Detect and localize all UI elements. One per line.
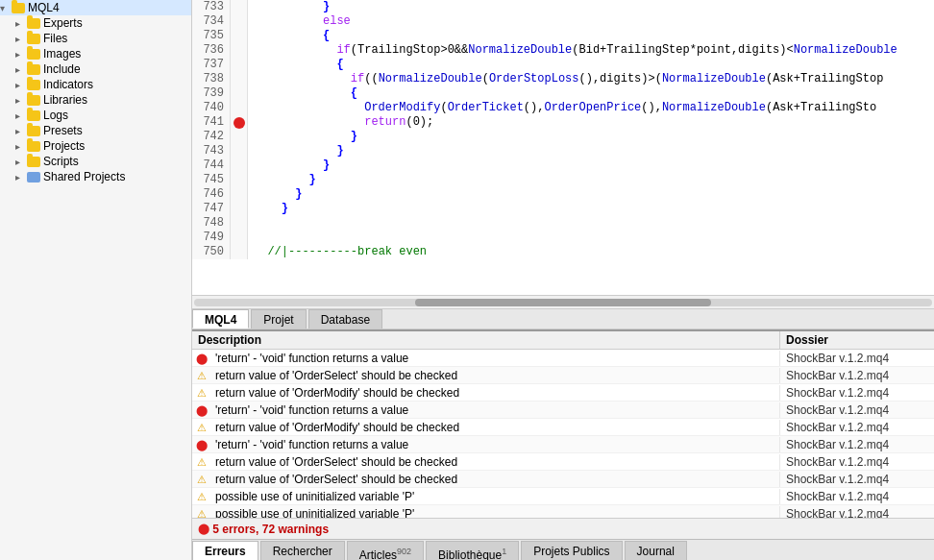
bp-row[interactable]: ⚠ return value of 'OrderSelect' should b… [192,453,934,471]
code-line: 748 [192,216,934,231]
row-dossier: ShockBar v.1.2.mq4 [780,351,934,366]
line-code[interactable]: if(TrailingStop>0&&NormalizeDouble(Bid+T… [248,43,934,58]
folder-icon [27,49,40,60]
sidebar-item-indicators[interactable]: ▸Indicators [0,77,191,92]
line-code[interactable]: } [248,158,934,173]
bottom-tab-journal[interactable]: Journal [625,541,687,560]
toggle-icon: ▸ [15,157,27,167]
folder-icon [12,3,25,13]
bp-row[interactable]: ⬤ 'return' - 'void' function returns a v… [192,436,934,453]
sidebar-label: Files [43,32,67,45]
bottom-tab-erreurs[interactable]: Erreurs [192,541,258,560]
folder-icon [27,64,40,75]
scrollbar-track[interactable] [194,299,932,306]
error-row-icon: ⬤ [196,439,208,450]
bottom-tab-projets-publics[interactable]: Projets Publics [521,541,622,560]
editor-tab-projet[interactable]: Projet [251,309,306,329]
line-code[interactable]: else [248,14,934,29]
sidebar-item-files[interactable]: ▸Files [0,31,191,46]
row-dossier: ShockBar v.1.2.mq4 [780,489,934,504]
col-description: Description [192,331,780,349]
line-gutter [231,115,248,130]
line-number: 738 [192,72,231,86]
line-number: 739 [192,86,231,101]
bp-row[interactable]: ⬤ 'return' - 'void' function returns a v… [192,350,934,367]
bp-row[interactable]: ⬤ 'return' - 'void' function returns a v… [192,402,934,419]
folder-icon [27,141,40,152]
scrollbar-thumb[interactable] [415,299,710,306]
bottom-tab-bibliothèque[interactable]: Bibliothèque1 [426,541,519,560]
line-code[interactable]: { [248,86,934,101]
tab-badge: 902 [397,547,411,556]
sidebar-item-projects[interactable]: ▸Projects [0,138,191,154]
warn-row-icon: ⚠ [197,474,207,485]
sidebar-item-images[interactable]: ▸Images [0,46,191,61]
bp-row[interactable]: ⚠ possible use of uninitialized variable… [192,505,934,518]
line-gutter [231,101,248,115]
sidebar-item-shared-projects[interactable]: ▸Shared Projects [0,169,191,184]
toggle-icon: ▸ [15,80,27,90]
sidebar-item-logs[interactable]: ▸Logs [0,108,191,123]
line-code[interactable]: } [248,173,934,187]
code-content[interactable]: 733 } 734 else 735 { 736 if(TrailingStop… [192,0,934,295]
toggle-icon: ▸ [15,49,27,60]
bp-row[interactable]: ⚠ return value of 'OrderModify' should b… [192,419,934,436]
toggle-icon: ▸ [15,172,27,183]
line-code[interactable]: OrderModify(OrderTicket(),OrderOpenPrice… [248,101,934,115]
bp-row[interactable]: ⚠ return value of 'OrderSelect' should b… [192,471,934,488]
line-gutter [231,173,248,187]
sidebar-item-scripts[interactable]: ▸Scripts [0,154,191,169]
folder-icon [27,80,40,90]
toggle-icon: ▸ [15,141,27,152]
sidebar-label: MQL4 [28,1,60,14]
line-gutter [231,216,248,231]
sidebar-label: Indicators [43,78,93,91]
sidebar-label: Images [43,47,81,61]
line-gutter [231,29,248,43]
bottom-tab-articles[interactable]: Articles902 [347,541,424,560]
line-gutter [231,158,248,173]
sidebar-item-libraries[interactable]: ▸Libraries [0,92,191,108]
line-code[interactable]: } [248,0,934,14]
line-code[interactable]: { [248,29,934,43]
bottom-tab-rechercher[interactable]: Rechercher [260,541,345,560]
line-code[interactable]: } [248,187,934,202]
line-code[interactable]: { [248,58,934,72]
bottom-panel: Description Dossier ⬤ 'return' - 'void' … [192,329,934,560]
line-number: 750 [192,245,231,259]
toggle-icon: ▸ [15,95,27,106]
bp-rows[interactable]: ⬤ 'return' - 'void' function returns a v… [192,350,934,518]
line-code[interactable]: return(0); [248,115,934,130]
sidebar-item-include[interactable]: ▸Include [0,61,191,77]
sidebar-label: Logs [43,109,68,122]
sidebar-item-experts[interactable]: ▸Experts [0,15,191,31]
sidebar-label: Projects [43,139,85,153]
row-icon: ⚠ [192,369,211,382]
sidebar-item-presets[interactable]: ▸Presets [0,123,191,138]
line-code[interactable]: //|----------break even [248,245,934,259]
sidebar-item-mql4[interactable]: ▾MQL4 [0,0,191,15]
line-code[interactable] [248,216,934,231]
line-gutter [231,86,248,101]
horizontal-scrollbar[interactable] [192,295,934,308]
toggle-icon: ▾ [0,3,12,13]
row-icon: ⚠ [192,473,211,486]
line-code[interactable]: } [248,144,934,158]
code-line: 745 } [192,173,934,187]
line-gutter [231,202,248,216]
line-code[interactable] [248,231,934,245]
line-number: 743 [192,144,231,158]
line-code[interactable]: if((NormalizeDouble(OrderStopLoss(),digi… [248,72,934,86]
editor-tab-database[interactable]: Database [308,309,382,329]
line-number: 741 [192,115,231,130]
line-code[interactable]: } [248,130,934,144]
code-line: 744 } [192,158,934,173]
line-code[interactable]: } [248,202,934,216]
bp-row[interactable]: ⚠ return value of 'OrderSelect' should b… [192,367,934,384]
bp-row[interactable]: ⚠ return value of 'OrderModify' should b… [192,384,934,402]
editor-tabs: MQL4ProjetDatabase [192,308,934,329]
code-view: 733 } 734 else 735 { 736 if(TrailingStop… [192,0,934,308]
bp-row[interactable]: ⚠ possible use of uninitialized variable… [192,488,934,505]
code-line: 750 //|----------break even [192,245,934,259]
editor-tab-mql4[interactable]: MQL4 [192,309,249,329]
